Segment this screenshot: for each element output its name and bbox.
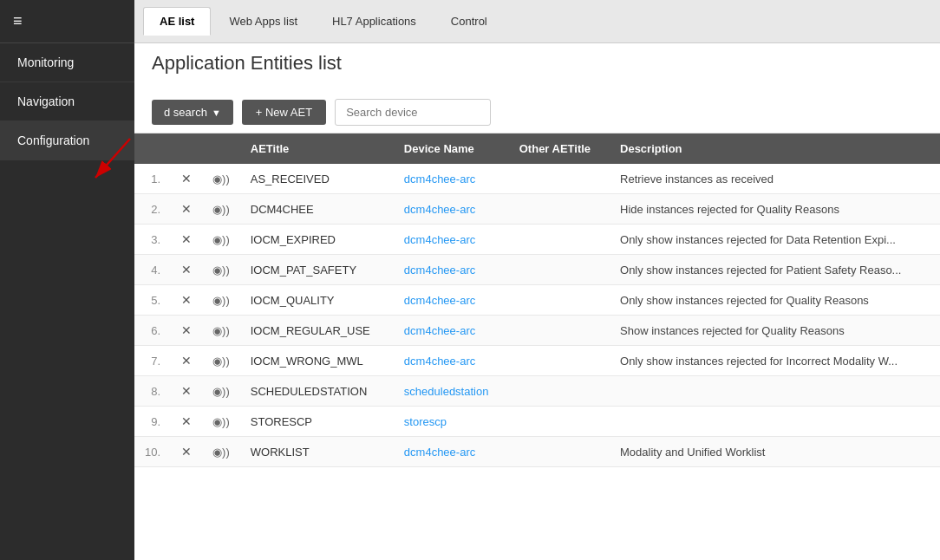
table-row: 6. ✕ ◉)) IOCM_REGULAR_USE dcm4chee-arc S… [134,316,940,346]
aet-table-container: AETitle Device Name Other AETitle Descri… [134,133,940,560]
description-cell: Hide instances rejected for Quality Reas… [610,194,940,225]
other-aetitle-cell [509,346,610,376]
other-aetitle-cell [509,316,610,346]
aetitle-cell: SCHEDULEDSTATION [240,376,394,407]
table-row: 2. ✕ ◉)) DCM4CHEE dcm4chee-arc Hide inst… [134,194,940,225]
description-cell: Modality and Unified Worklist [610,437,940,467]
table-row: 1. ✕ ◉)) AS_RECEIVED dcm4chee-arc Retrie… [134,164,940,194]
col-device-header: Device Name [394,133,509,164]
sidebar-item-configuration[interactable]: Configuration [0,121,134,160]
row-number: 4. [134,255,171,285]
page-title: Application Entities list [152,52,923,75]
delete-button[interactable]: ✕ [171,255,202,285]
signal-icon: ◉)) [202,194,240,225]
table-body: 1. ✕ ◉)) AS_RECEIVED dcm4chee-arc Retrie… [134,164,940,467]
delete-button[interactable]: ✕ [171,285,202,316]
delete-button[interactable]: ✕ [171,407,202,437]
table-row: 7. ✕ ◉)) IOCM_WRONG_MWL dcm4chee-arc Onl… [134,346,940,376]
delete-button[interactable]: ✕ [171,376,202,407]
row-number: 7. [134,346,171,376]
description-cell: Only show instances rejected for Data Re… [610,225,940,255]
col-aetitle-header: AETitle [240,133,394,164]
aetitle-cell: IOCM_WRONG_MWL [240,346,394,376]
tab-control[interactable]: Control [434,7,504,36]
col-desc-header: Description [610,133,940,164]
device-cell[interactable]: scheduledstation [394,376,509,407]
description-cell [610,407,940,437]
table-row: 5. ✕ ◉)) IOCM_QUALITY dcm4chee-arc Only … [134,285,940,316]
row-number: 9. [134,407,171,437]
device-cell[interactable]: dcm4chee-arc [394,194,509,225]
signal-icon: ◉)) [202,407,240,437]
delete-button[interactable]: ✕ [171,346,202,376]
advanced-search-label: d search [164,106,207,119]
description-cell: Only show instances rejected for Quality… [610,285,940,316]
description-cell: Only show instances rejected for Patient… [610,255,940,285]
aetitle-cell: STORESCP [240,407,394,437]
aet-table: AETitle Device Name Other AETitle Descri… [134,133,940,467]
signal-icon: ◉)) [202,346,240,376]
device-cell[interactable]: dcm4chee-arc [394,316,509,346]
delete-button[interactable]: ✕ [171,194,202,225]
description-cell: Only show instances rejected for Incorre… [610,346,940,376]
other-aetitle-cell [509,164,610,194]
toolbar: d search ▼ + New AET [134,92,940,133]
signal-icon: ◉)) [202,225,240,255]
row-number: 5. [134,285,171,316]
delete-button[interactable]: ✕ [171,225,202,255]
device-cell[interactable]: dcm4chee-arc [394,225,509,255]
hamburger-icon[interactable]: ≡ [13,12,23,30]
aetitle-cell: IOCM_EXPIRED [240,225,394,255]
sidebar-item-monitoring[interactable]: Monitoring [0,43,134,82]
device-cell[interactable]: dcm4chee-arc [394,164,509,194]
col-num [134,133,171,164]
device-cell[interactable]: dcm4chee-arc [394,346,509,376]
table-row: 8. ✕ ◉)) SCHEDULEDSTATION scheduledstati… [134,376,940,407]
other-aetitle-cell [509,285,610,316]
signal-icon: ◉)) [202,437,240,467]
signal-icon: ◉)) [202,255,240,285]
other-aetitle-cell [509,407,610,437]
aetitle-cell: WORKLIST [240,437,394,467]
device-cell[interactable]: dcm4chee-arc [394,285,509,316]
search-input[interactable] [335,99,491,126]
other-aetitle-cell [509,194,610,225]
description-cell: Retrieve instances as received [610,164,940,194]
page-header: Application Entities list [134,43,940,92]
sidebar-item-navigation[interactable]: Navigation [0,82,134,121]
delete-button[interactable]: ✕ [171,437,202,467]
other-aetitle-cell [509,255,610,285]
device-cell[interactable]: dcm4chee-arc [394,437,509,467]
row-number: 1. [134,164,171,194]
tab-web-apps-list[interactable]: Web Apps list [212,7,314,36]
row-number: 6. [134,316,171,346]
other-aetitle-cell [509,225,610,255]
tab-ae-list[interactable]: AE list [143,7,211,36]
description-cell [610,376,940,407]
delete-button[interactable]: ✕ [171,316,202,346]
sidebar-header: ≡ [0,0,134,43]
main-content: AE list Web Apps list HL7 Applications C… [134,0,940,560]
col-delete [171,133,202,164]
device-cell[interactable]: storescp [394,407,509,437]
device-cell[interactable]: dcm4chee-arc [394,255,509,285]
row-number: 8. [134,376,171,407]
sidebar: ≡ Monitoring Navigation Configuration [0,0,134,560]
signal-icon: ◉)) [202,316,240,346]
description-cell: Show instances rejected for Quality Reas… [610,316,940,346]
signal-icon: ◉)) [202,376,240,407]
advanced-search-button[interactable]: d search ▼ [152,100,233,125]
table-row: 4. ✕ ◉)) IOCM_PAT_SAFETY dcm4chee-arc On… [134,255,940,285]
row-number: 3. [134,225,171,255]
row-number: 2. [134,194,171,225]
col-other-header: Other AETitle [509,133,610,164]
signal-icon: ◉)) [202,285,240,316]
delete-button[interactable]: ✕ [171,164,202,194]
aetitle-cell: AS_RECEIVED [240,164,394,194]
new-aet-button[interactable]: + New AET [242,100,326,125]
chevron-down-icon: ▼ [212,107,221,118]
aetitle-cell: DCM4CHEE [240,194,394,225]
table-header: AETitle Device Name Other AETitle Descri… [134,133,940,164]
tab-hl7-applications[interactable]: HL7 Applications [316,7,433,36]
table-row: 3. ✕ ◉)) IOCM_EXPIRED dcm4chee-arc Only … [134,225,940,255]
